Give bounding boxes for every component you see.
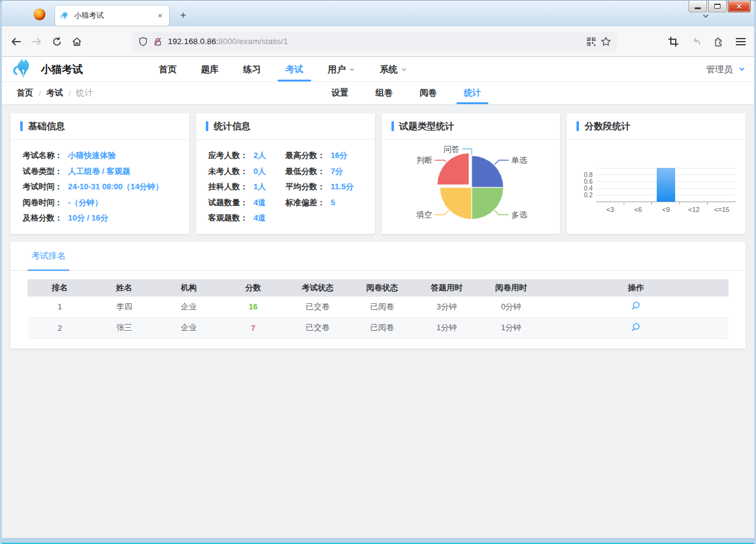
hamburger-menu-icon[interactable] xyxy=(736,37,746,46)
pie-slice-判断[interactable] xyxy=(437,153,469,185)
tab-list-chevron-icon[interactable] xyxy=(701,12,710,20)
info-value: 24-10-31 08:00（14分钟） xyxy=(68,179,163,195)
url-bar[interactable]: 192.168.0.86:8000/exam/statis/1 xyxy=(132,32,617,51)
close-button[interactable]: ✕ xyxy=(728,1,750,12)
insecure-lock-icon[interactable] xyxy=(153,37,162,47)
ranking-table: 排名姓名机构分数考试状态阅卷状态答题用时阅卷用时操作 1李四企业16已交卷已阅卷… xyxy=(28,279,728,339)
info-value: 5 xyxy=(331,195,335,211)
exam-subtabs: 设置组卷阅卷统计 xyxy=(318,82,494,104)
home-icon[interactable] xyxy=(72,37,82,47)
x-axis-tick-label: <12 xyxy=(680,206,708,213)
info-value: 10分 / 16分 xyxy=(68,210,108,226)
column-header-排名: 排名 xyxy=(28,279,92,297)
back-icon[interactable] xyxy=(10,37,21,47)
tab-title: 小猫考试 xyxy=(74,10,151,21)
nav-item-label: 用户 xyxy=(328,64,346,75)
pie-leader-line xyxy=(434,161,446,162)
title-accent-bar xyxy=(20,121,23,131)
reload-icon[interactable] xyxy=(52,37,62,47)
bar-plot-area: 0.80.60.40.2 xyxy=(596,168,736,202)
nav-item-practice[interactable]: 练习 xyxy=(231,57,273,81)
table-row: 2张三企业7已交卷已阅卷1分钟1分钟 xyxy=(28,317,728,338)
breadcrumb-item[interactable]: 考试 xyxy=(47,88,63,99)
minimize-button[interactable] xyxy=(689,1,707,12)
breadcrumb-item[interactable]: 统计 xyxy=(77,88,93,99)
new-tab-button[interactable]: + xyxy=(176,9,190,21)
undo-arrow-icon[interactable] xyxy=(690,37,701,46)
pie-leader-line xyxy=(494,211,508,215)
maximize-button[interactable] xyxy=(708,1,727,12)
x-axis-tick xyxy=(651,202,652,205)
chevron-down-icon xyxy=(738,66,746,73)
breadcrumb-item[interactable]: 首页 xyxy=(17,88,33,99)
info-row: 平均分数：11.5分 xyxy=(285,179,363,195)
score-range-card-title: 分数段统计 xyxy=(567,113,746,140)
breadcrumb-separator: / xyxy=(69,89,71,98)
subtab-grading[interactable]: 阅卷 xyxy=(406,82,450,104)
ranking-table-head: 排名姓名机构分数考试状态阅卷状态答题用时阅卷用时操作 xyxy=(28,279,728,297)
cell-grading-time: 0分钟 xyxy=(479,297,543,317)
app-logo-cat-icon xyxy=(10,58,36,81)
info-label: 试卷类型： xyxy=(23,164,62,179)
subtab-assemble[interactable]: 组卷 xyxy=(362,82,406,104)
info-value: 16分 xyxy=(331,148,347,164)
x-axis-tick-label: <9 xyxy=(652,206,680,213)
cell-answer-time: 1分钟 xyxy=(414,317,478,338)
puzzle-extension-icon[interactable] xyxy=(714,37,724,47)
chevron-down-icon xyxy=(349,66,355,73)
browser-toolbar: 192.168.0.86:8000/exam/statis/1 xyxy=(2,26,754,57)
view-result-icon[interactable] xyxy=(631,301,641,311)
cell-score: 16 xyxy=(221,297,285,317)
cell-grading-status: 已阅卷 xyxy=(350,317,414,338)
qr-code-icon[interactable] xyxy=(587,37,595,46)
info-row: 未考人数：0人 xyxy=(208,164,285,179)
nav-item-home[interactable]: 首页 xyxy=(146,57,189,81)
y-axis-tick-label: 0.6 xyxy=(576,178,592,185)
card-title-text: 基础信息 xyxy=(28,121,65,132)
question-type-card-title: 试题类型统计 xyxy=(382,113,561,140)
pie-leader-line xyxy=(494,161,508,165)
browser-tab[interactable]: 小猫考试 × xyxy=(55,6,169,26)
bookmark-star-icon[interactable] xyxy=(601,37,611,46)
subtab-statistics[interactable]: 统计 xyxy=(450,82,494,104)
admin-menu[interactable]: 管理员 xyxy=(706,64,746,75)
column-header-姓名: 姓名 xyxy=(92,279,156,297)
info-row: 客观题数：4道 xyxy=(208,210,285,226)
stats-right-column: 最高分数：16分最低分数：7分平均分数：11.5分标准偏差：5 xyxy=(285,148,363,226)
tab-exam-ranking[interactable]: 考试排名 xyxy=(28,251,69,271)
info-value: 4道 xyxy=(254,210,266,226)
info-label: 最低分数： xyxy=(285,164,325,179)
tab-favicon-cat-icon xyxy=(60,11,70,21)
url-text[interactable]: 192.168.0.86:8000/exam/statis/1 xyxy=(168,37,581,46)
screenshot-crop-icon[interactable] xyxy=(668,37,678,47)
x-axis-tick-label: <=15 xyxy=(708,206,736,213)
subtab-settings[interactable]: 设置 xyxy=(318,82,362,104)
cell-org: 企业 xyxy=(156,297,221,317)
nav-item-exam[interactable]: 考试 xyxy=(273,57,316,81)
cell-name: 李四 xyxy=(92,297,156,317)
card-title-text: 分数段统计 xyxy=(584,121,630,132)
info-value: 4道 xyxy=(254,195,266,211)
nav-item-system[interactable]: 系统 xyxy=(368,57,420,81)
info-value: -（分钟） xyxy=(68,195,102,211)
x-axis-tick xyxy=(707,202,708,205)
cell-score: 7 xyxy=(221,317,285,338)
info-label: 客观题数： xyxy=(208,210,248,226)
nav-item-user[interactable]: 用户 xyxy=(316,57,368,81)
nav-item-label: 题库 xyxy=(201,64,219,75)
cell-name: 张三 xyxy=(92,317,156,338)
shield-icon[interactable] xyxy=(138,37,148,47)
view-result-icon[interactable] xyxy=(631,322,641,332)
tab-close-icon[interactable]: × xyxy=(156,10,164,21)
nav-item-question-bank[interactable]: 题库 xyxy=(189,57,231,81)
info-row: 考试名称：小猫快速体验 xyxy=(23,148,177,164)
ranking-tab-row: 考试排名 xyxy=(10,242,746,271)
forward-icon[interactable] xyxy=(31,37,42,47)
nav-item-label: 系统 xyxy=(380,64,398,75)
bar-value-<9[interactable] xyxy=(657,168,675,202)
cell-action xyxy=(543,317,728,338)
bar-slot xyxy=(596,168,624,202)
stats-info-columns: 应考人数：2人未考人数：0人挂科人数：1人试题数量：4道客观题数：4道 最高分数… xyxy=(196,140,375,226)
stats-info-card-title: 统计信息 xyxy=(196,113,375,140)
info-label: 及格分数： xyxy=(23,210,62,226)
